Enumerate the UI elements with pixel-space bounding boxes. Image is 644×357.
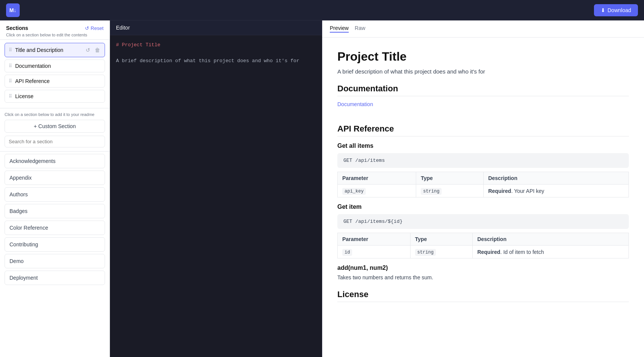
table-row: id string Required. Id of item to fetch [338, 246, 629, 258]
section-item-label: Documentation [15, 63, 101, 69]
section-item-documentation[interactable]: ⠿ Documentation [5, 60, 105, 72]
library-item-demo[interactable]: Demo [5, 254, 105, 268]
code-description: A brief description of what this project… [116, 58, 299, 64]
table-header-parameter: Parameter [338, 233, 411, 246]
table-header-type: Type [416, 172, 484, 185]
table-header-type: Type [410, 233, 472, 246]
api-get-item-code: GET /api/items/${id} [337, 214, 629, 229]
code-heading: # Project Title [116, 42, 160, 48]
drag-handle-icon: ⠿ [9, 47, 12, 53]
preview-license-heading: License [337, 290, 629, 302]
library-item-contributing[interactable]: Contributing [5, 237, 105, 252]
api-get-all-title: Get all items [337, 142, 629, 149]
tab-preview[interactable]: Preview [330, 25, 349, 33]
editor-content[interactable]: # Project Title A brief description of w… [110, 35, 322, 357]
sidebar-header-row: Sections ↺ Reset [6, 25, 103, 31]
table-cell-desc: Required. Id of item to fetch [473, 246, 629, 258]
api-add-title: add(num1, num2) [337, 265, 629, 271]
section-item-label: License [15, 93, 101, 99]
section-library: Acknowledgements Appendix Authors Badges… [0, 152, 110, 357]
preview-content: Project Title A brief description of wha… [322, 38, 644, 357]
library-item-color-reference[interactable]: Color Reference [5, 221, 105, 235]
library-item-acknowledgements[interactable]: Acknowledgements [5, 154, 105, 168]
table-header-parameter: Parameter [338, 172, 416, 185]
search-input[interactable] [5, 136, 105, 147]
add-section-area: Click on a section below to add it to yo… [0, 108, 110, 152]
download-icon: ⬇ [601, 7, 605, 13]
download-button[interactable]: ⬇ Download [594, 4, 638, 16]
table-cell-param: api_key [338, 185, 416, 197]
tab-editor[interactable]: Editor [116, 25, 130, 31]
editor-area: Editor # Project Title A brief descripti… [110, 20, 322, 357]
preview-documentation-heading: Documentation [337, 84, 629, 96]
library-item-deployment[interactable]: Deployment [5, 271, 105, 285]
download-label: Download [608, 7, 631, 13]
custom-section-button[interactable]: + Custom Section [5, 120, 105, 133]
reset-button[interactable]: ↺ Reset [85, 25, 103, 31]
table-cell-desc: Required. Your API key [483, 185, 628, 197]
preview-area: Preview Raw Project Title A brief descri… [322, 20, 644, 357]
delete-section-button[interactable]: 🗑 [94, 46, 101, 54]
api-get-all-code: GET /api/items [337, 153, 629, 168]
reset-icon: ↺ [85, 25, 89, 31]
drag-handle-icon: ⠿ [9, 94, 12, 99]
library-item-appendix[interactable]: Appendix [5, 171, 105, 185]
section-item-label: Title and Description [15, 47, 82, 53]
reset-section-button[interactable]: ↺ [85, 46, 91, 54]
main-layout: Sections ↺ Reset Click on a section belo… [0, 20, 644, 357]
table-header-description: Description [483, 172, 628, 185]
drag-handle-icon: ⠿ [9, 78, 12, 84]
preview-documentation-link[interactable]: Documentation [337, 101, 373, 107]
sections-label: Sections [6, 25, 28, 31]
table-cell-type: string [410, 246, 472, 258]
preview-project-subtitle: A brief description of what this project… [337, 68, 629, 75]
api-add-description: Takes two numbers and returns the sum. [337, 274, 629, 280]
api-get-item-title: Get item [337, 204, 629, 210]
active-sections-list: ⠿ Title and Description ↺ 🗑 ⠿ Documentat… [0, 40, 110, 108]
table-cell-type: string [416, 185, 484, 197]
api-get-all-table: Parameter Type Description api_key strin… [337, 172, 629, 197]
section-item-license[interactable]: ⠿ License [5, 90, 105, 103]
section-item-label: API Reference [15, 78, 101, 84]
preview-tab-bar: Preview Raw [322, 20, 644, 38]
logo: M↓ [6, 3, 20, 17]
drag-handle-icon: ⠿ [9, 63, 12, 69]
preview-project-title: Project Title [337, 50, 629, 64]
table-header-description: Description [473, 233, 629, 246]
section-item-api[interactable]: ⠿ API Reference [5, 75, 105, 88]
library-item-authors[interactable]: Authors [5, 187, 105, 202]
table-cell-param: id [338, 246, 411, 258]
sidebar-header: Sections ↺ Reset Click on a section belo… [0, 20, 110, 40]
editor-tab-bar: Editor [110, 20, 322, 35]
topbar: M↓ ⬇ Download [0, 0, 644, 20]
sidebar: Sections ↺ Reset Click on a section belo… [0, 20, 110, 357]
api-get-item-table: Parameter Type Description id string Req… [337, 233, 629, 258]
section-item-title[interactable]: ⠿ Title and Description ↺ 🗑 [5, 43, 105, 57]
add-section-hint: Click on a section below to add it to yo… [5, 112, 105, 117]
sidebar-hint: Click on a section below to edit the con… [6, 33, 103, 37]
table-row: api_key string Required. Your API key [338, 185, 629, 197]
reset-label: Reset [91, 25, 103, 31]
preview-api-heading: API Reference [337, 124, 629, 136]
tab-raw[interactable]: Raw [355, 25, 365, 33]
library-item-badges[interactable]: Badges [5, 204, 105, 218]
